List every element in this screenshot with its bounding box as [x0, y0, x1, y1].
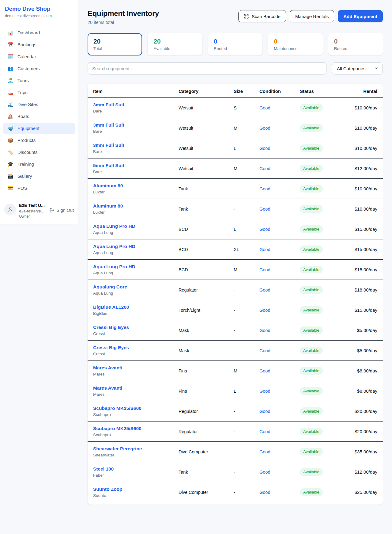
table-header: Item Category Size Condition Status Rent… — [88, 84, 383, 98]
scan-barcode-button[interactable]: Scan Barcode — [238, 10, 286, 22]
item-name-link[interactable]: Shearwater Peregrine — [93, 446, 179, 452]
item-condition-link[interactable]: Good — [259, 288, 270, 292]
item-name-link[interactable]: Aqua Lung Pro HD — [93, 264, 179, 269]
user-email: e2e-tester@... — [19, 209, 47, 213]
sidebar-item-pos[interactable]: 💳 POS — [3, 182, 75, 194]
category-select[interactable]: All Categories — [332, 62, 383, 74]
item-condition-link[interactable]: Good — [259, 186, 270, 191]
item-name-link[interactable]: Scubapro MK25/S600 — [93, 426, 179, 431]
item-condition-link[interactable]: Good — [259, 368, 270, 373]
item-condition-link[interactable]: Good — [259, 409, 270, 414]
item-name-link[interactable]: Aqua Lung Pro HD — [93, 223, 179, 229]
item-condition-link[interactable]: Good — [259, 227, 270, 232]
item-condition-link[interactable]: Good — [259, 247, 270, 252]
status-badge: Available — [300, 407, 323, 415]
item-condition-link[interactable]: Good — [259, 146, 270, 151]
status-badge: Available — [300, 205, 323, 213]
sidebar-item-training[interactable]: 🎓 Training — [3, 158, 75, 170]
item-brand: Mares — [93, 372, 179, 376]
item-size: - — [234, 482, 259, 502]
shop-logo-link[interactable]: Demo Dive Shop — [5, 6, 73, 12]
item-condition-link[interactable]: Good — [259, 449, 270, 454]
item-name-link[interactable]: Aqua Lung Pro HD — [93, 244, 179, 249]
sidebar-item-discounts[interactable]: 🏷️ Discounts — [3, 147, 75, 158]
table-row: 5mm Full Suit Bare Wetsuit M Good Availa… — [88, 158, 383, 179]
item-name-link[interactable]: Aluminum 80 — [93, 203, 179, 209]
sidebar-item-bookings[interactable]: 📅 Bookings — [3, 39, 75, 50]
item-name-link[interactable]: Mares Avanti — [93, 385, 179, 391]
stat-card-retired[interactable]: 0 Retired — [328, 33, 383, 55]
sailboat-icon: ⛵ — [7, 114, 13, 119]
stat-card-available[interactable]: 20 Available — [148, 33, 202, 55]
sidebar-item-label: Equipment — [17, 126, 40, 131]
diving-mask-icon: 🤿 — [7, 126, 13, 131]
sign-out-button[interactable]: Sign Out — [50, 208, 74, 213]
column-header-category: Category — [179, 84, 234, 98]
item-condition-link[interactable]: Good — [259, 389, 270, 394]
table-row: Shearwater Peregrine Shearwater Dive Com… — [88, 442, 383, 462]
manage-rentals-button[interactable]: Manage Rentals — [290, 10, 334, 22]
sidebar-item-equipment[interactable]: 🤿 Equipment — [3, 123, 75, 134]
item-condition-link[interactable]: Good — [259, 207, 270, 212]
item-name-link[interactable]: Steel 100 — [93, 466, 179, 472]
stat-card-maintenance[interactable]: 0 Maintenance — [268, 33, 322, 55]
sidebar-item-calendar[interactable]: 🗓️ Calendar — [3, 51, 75, 62]
item-name-link[interactable]: 3mm Full Suit — [93, 102, 179, 108]
status-badge: Available — [300, 286, 323, 294]
item-rental-rate: $10.00/day — [355, 206, 377, 212]
add-equipment-button[interactable]: Add Equipment — [338, 10, 383, 22]
page-title-block: Equipment Inventory 20 items total — [88, 9, 159, 25]
sidebar-item-boats[interactable]: ⛵ Boats — [3, 111, 75, 122]
sidebar-item-dashboard[interactable]: 📊 Dashboard — [3, 27, 75, 38]
item-name-link[interactable]: Suunto Zoop — [93, 486, 179, 492]
item-name-link[interactable]: Scubapro MK25/S600 — [93, 406, 179, 411]
item-name-link[interactable]: 3mm Full Suit — [93, 143, 179, 148]
barcode-scan-icon — [244, 14, 249, 19]
item-category: Regulator — [179, 401, 234, 421]
sidebar-item-label: Boats — [17, 114, 29, 119]
stat-card-total[interactable]: 20 Total — [88, 33, 142, 55]
item-category: Mask — [179, 320, 234, 341]
island-icon: 🏝️ — [7, 78, 13, 83]
item-condition-link[interactable]: Good — [259, 328, 270, 333]
equipment-table-card: Item Category Size Condition Status Rent… — [88, 84, 383, 505]
item-condition-link[interactable]: Good — [259, 348, 270, 353]
item-name-link[interactable]: 3mm Full Suit — [93, 122, 179, 128]
item-condition-link[interactable]: Good — [259, 105, 270, 110]
stat-card-rented[interactable]: 0 Rented — [208, 33, 262, 55]
sidebar-item-gallery[interactable]: 📸 Gallery — [3, 170, 75, 182]
item-condition-link[interactable]: Good — [259, 490, 270, 495]
equipment-inventory-page: Demo Dive Shop demo.test.divestreams.com… — [0, 0, 392, 534]
item-condition-link[interactable]: Good — [259, 267, 270, 272]
item-name-link[interactable]: 5mm Full Suit — [93, 163, 179, 168]
sidebar-item-trips[interactable]: 🚤 Trips — [3, 87, 75, 98]
item-rental-rate: $5.00/day — [357, 348, 377, 353]
item-condition-link[interactable]: Good — [259, 166, 270, 171]
item-category: Wetsuit — [179, 118, 234, 138]
item-name-link[interactable]: Aluminum 80 — [93, 183, 179, 189]
item-condition-link[interactable]: Good — [259, 429, 270, 434]
sidebar-item-products[interactable]: 📦 Products — [3, 135, 75, 146]
item-condition-link[interactable]: Good — [259, 308, 270, 313]
item-category: Dive Computer — [179, 482, 234, 502]
item-name-link[interactable]: Aqualung Core — [93, 284, 179, 290]
item-name-link[interactable]: Cressi Big Eyes — [93, 325, 179, 330]
item-size: XL — [234, 239, 259, 260]
sidebar-item-label: Products — [17, 138, 36, 143]
item-size: L — [234, 219, 259, 239]
avatar — [4, 204, 16, 215]
item-condition-link[interactable]: Good — [259, 470, 270, 475]
item-name-link[interactable]: Mares Avanti — [93, 365, 179, 371]
item-name-link[interactable]: BigBlue AL1200 — [93, 304, 179, 310]
item-condition-link[interactable]: Good — [259, 126, 270, 131]
sidebar-item-customers[interactable]: 👥 Customers — [3, 63, 75, 74]
item-name-link[interactable]: Cressi Big Eyes — [93, 345, 179, 350]
item-brand: Cressi — [93, 331, 179, 336]
search-input[interactable] — [88, 62, 326, 74]
sidebar-item-label: POS — [17, 185, 27, 191]
status-badge: Available — [300, 225, 323, 233]
item-category: Tank — [179, 199, 234, 219]
sidebar-item-dive-sites[interactable]: 🌊 Dive Sites — [3, 99, 75, 110]
camera-flash-icon: 📸 — [7, 174, 13, 179]
sidebar-item-tours[interactable]: 🏝️ Tours — [3, 75, 75, 86]
